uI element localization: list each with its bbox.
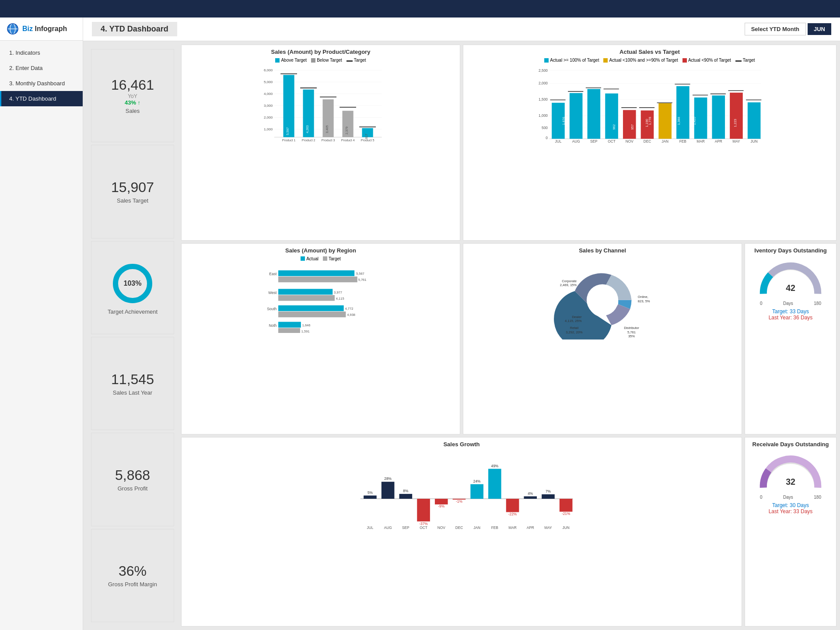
sidebar-item-monthly-dashboard[interactable]: 3. Monthly Dashboard <box>0 76 83 91</box>
ytm-value[interactable]: JUN <box>808 23 831 35</box>
svg-text:DEC: DEC <box>644 139 651 144</box>
growth-chart-card: Sales Growth 5% 28% <box>181 437 742 626</box>
kpi-gross-profit: 5,868 Gross Profit <box>91 433 174 526</box>
kpi-gross-margin-label: Gross Profit Margin <box>108 581 157 588</box>
receivable-title: Receivale Days Outstanding <box>749 441 833 448</box>
svg-rect-148 <box>560 499 573 512</box>
channel-chart-title: Sales by Channel <box>467 247 738 254</box>
svg-text:DEC: DEC <box>455 526 463 530</box>
svg-rect-105 <box>278 312 346 317</box>
svg-text:Corporate: Corporate <box>562 279 577 283</box>
legend-below90-dot <box>682 58 687 63</box>
inventory-days-label: Days <box>783 301 793 306</box>
svg-text:1,778: 1,778 <box>648 117 652 125</box>
ytm-label[interactable]: Select YTD Month <box>745 23 806 35</box>
main-content: 4. YTD Dashboard Select YTD Month JUN 16… <box>83 18 840 630</box>
kpi-sales-label: Sales <box>126 108 140 114</box>
svg-text:5,761: 5,761 <box>358 278 367 282</box>
kpi-yoy-label: YoY <box>128 93 137 99</box>
svg-text:Product 4: Product 4 <box>341 138 355 142</box>
svg-text:0: 0 <box>546 136 548 140</box>
svg-text:4,115, 25%: 4,115, 25% <box>565 319 582 323</box>
svg-rect-103 <box>278 305 344 311</box>
legend-90-100: Actual <100% and >=90% of Target <box>603 58 678 63</box>
svg-rect-108 <box>278 322 301 327</box>
inventory-card: Iventory Days Outstanding <box>745 243 836 435</box>
legend-above-target: Above Target <box>275 58 307 63</box>
region-chart-card: Sales (Amount) by Region Actual Target <box>181 243 460 435</box>
kpi-sales-value: 16,461 <box>111 77 154 93</box>
legend-actual-dot <box>301 256 305 261</box>
sidebar-logo: Biz Infograph <box>0 18 83 41</box>
svg-text:-22%: -22% <box>508 512 517 516</box>
legend-90-100-dot <box>603 58 608 63</box>
sidebar: Biz Infograph 1. Indicators 2. Enter Dat… <box>0 18 83 630</box>
svg-text:3,977: 3,977 <box>334 290 342 294</box>
inventory-gauge: 42 0 Days 180 Target: 33 Days Last Year:… <box>749 256 833 321</box>
legend-target-dot <box>346 60 353 62</box>
growth-chart-svg: 5% 28% 8% -37% <box>185 450 738 531</box>
kpi-card: 16,461 YoY 43% ↑ Sales 15,907 Sales Targ… <box>87 45 178 626</box>
svg-text:962: 962 <box>612 124 616 130</box>
svg-text:2,000: 2,000 <box>539 81 548 85</box>
kpi-target-value: 15,907 <box>111 179 154 196</box>
svg-rect-110 <box>278 328 300 332</box>
svg-text:5,761: 5,761 <box>627 330 636 334</box>
svg-text:MAY: MAY <box>732 139 740 144</box>
receivable-days-row: 0 Days 180 <box>760 495 821 500</box>
kpi-gross-profit-label: Gross Profit <box>118 485 148 492</box>
svg-text:823, 5%: 823, 5% <box>638 299 650 303</box>
svg-text:FEB: FEB <box>679 139 687 144</box>
svg-text:Product 2: Product 2 <box>302 138 315 142</box>
svg-text:2,469, 15%: 2,469, 15% <box>560 283 577 287</box>
actual-sales-chart-card: Actual Sales vs Target Actual >= 100% of… <box>463 45 836 241</box>
svg-rect-134 <box>435 499 448 504</box>
svg-text:AUG: AUG <box>384 526 392 530</box>
svg-rect-71 <box>712 95 725 139</box>
svg-text:1,223: 1,223 <box>733 119 737 127</box>
svg-rect-47 <box>570 93 583 139</box>
svg-text:500: 500 <box>542 126 548 130</box>
ytm-selector: Select YTD Month JUN <box>745 23 831 35</box>
svg-text:2,379: 2,379 <box>345 126 349 134</box>
svg-text:42: 42 <box>786 283 795 293</box>
actual-sales-title: Actual Sales vs Target <box>467 49 833 55</box>
svg-text:1,500: 1,500 <box>539 97 548 102</box>
kpi-circle-value: 103% <box>124 280 142 287</box>
inventory-lastyear: Last Year: 36 Days <box>769 315 813 321</box>
receivable-gauge: 32 0 Days 180 Target: 30 Days Last Year:… <box>749 450 833 514</box>
actual-sales-legend: Actual >= 100% of Target Actual <100% an… <box>467 58 833 63</box>
kpi-target-label: Sales Target <box>117 197 148 204</box>
svg-text:JAN: JAN <box>473 526 480 530</box>
growth-chart-title: Sales Growth <box>185 441 738 448</box>
svg-text:4,938: 4,938 <box>347 313 355 317</box>
svg-text:MAY: MAY <box>544 526 552 530</box>
svg-text:1,000: 1,000 <box>264 127 273 131</box>
svg-text:NOV: NOV <box>626 139 634 144</box>
svg-text:5,597: 5,597 <box>286 127 290 135</box>
svg-text:4,263: 4,263 <box>305 126 309 133</box>
region-legend: Actual Target <box>185 256 456 261</box>
svg-text:1,527: 1,527 <box>584 117 588 125</box>
svg-text:5,567: 5,567 <box>356 272 364 276</box>
sidebar-item-indicators[interactable]: 1. Indicators <box>0 45 83 60</box>
svg-text:1,550: 1,550 <box>548 117 552 125</box>
legend-target-r-dot <box>323 256 327 261</box>
svg-text:32: 32 <box>786 477 795 487</box>
svg-text:3,000: 3,000 <box>264 104 273 108</box>
kpi-sales-target: 15,907 Sales Target <box>91 145 174 238</box>
kpi-last-year-value: 11,545 <box>111 371 154 388</box>
svg-text:3,292, 20%: 3,292, 20% <box>566 330 583 334</box>
receivable-gauge-svg: 32 <box>756 450 826 494</box>
svg-text:Online,: Online, <box>638 295 648 299</box>
sidebar-item-enter-data[interactable]: 2. Enter Data <box>0 60 83 76</box>
svg-text:MAR: MAR <box>696 139 704 144</box>
svg-text:Retail: Retail <box>570 326 579 330</box>
sidebar-item-ytd-dashboard[interactable]: 4. YTD Dashboard <box>0 91 83 106</box>
svg-text:Product 1: Product 1 <box>282 138 296 142</box>
svg-text:2,500: 2,500 <box>539 68 548 73</box>
svg-text:JAN: JAN <box>662 139 668 144</box>
svg-text:1,210: 1,210 <box>540 117 544 125</box>
svg-text:APR: APR <box>527 526 534 530</box>
legend-target-dot2 <box>735 60 742 62</box>
